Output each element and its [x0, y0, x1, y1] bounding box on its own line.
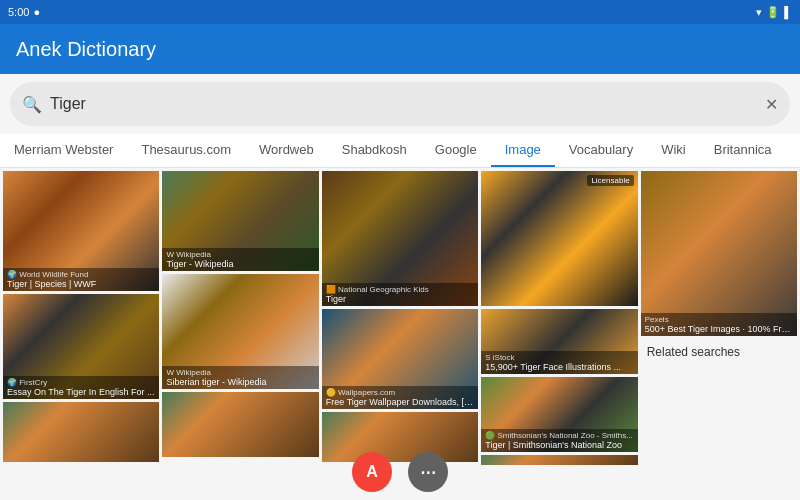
signal-icon: ▌: [784, 6, 792, 18]
tab-merriam-webster[interactable]: Merriam Webster: [0, 134, 127, 167]
image-licensable[interactable]: Licensable: [481, 171, 637, 306]
tab-britannica[interactable]: Britannica: [700, 134, 786, 167]
related-title: Related searches: [647, 345, 791, 359]
grid-col-3: 🟧 National Geographic Kids Tiger 🟡 Wallp…: [322, 171, 478, 491]
status-time: 5:00: [8, 6, 29, 18]
related-searches: Related searches: [641, 339, 797, 459]
img-source-9: Pexels: [645, 315, 793, 324]
fab-grid-button[interactable]: ⋯: [408, 452, 448, 492]
status-dot: ●: [33, 6, 40, 18]
img-title-9: 500+ Best Tiger Images · 100% Free ...: [645, 324, 793, 334]
img-title-6: Free Tiger Wallpaper Downloads, [600+...: [326, 397, 474, 407]
image-pexels[interactable]: Pexels 500+ Best Tiger Images · 100% Fre…: [641, 171, 797, 336]
tab-google[interactable]: Google: [421, 134, 491, 167]
grid-col-4: Licensable S iStock 15,900+ Tiger Face I…: [481, 171, 637, 491]
fab-grid-icon: ⋯: [420, 463, 436, 482]
img-source-3: W Wikipedia: [166, 250, 314, 259]
fab-a-label: A: [366, 463, 378, 481]
image-smithsonian[interactable]: 🟢 Smithsonian's National Zoo - Smiths...…: [481, 377, 637, 452]
img-title-5: Tiger: [326, 294, 474, 304]
grid-col-1: 🌍 World Wildlife Fund Tiger | Species | …: [3, 171, 159, 491]
search-bar[interactable]: 🔍 ✕: [10, 82, 790, 126]
tab-image[interactable]: Image: [491, 134, 555, 167]
app-bar: Anek Dictionary: [0, 24, 800, 74]
grid-col-2: W Wikipedia Tiger - Wikipedia W Wikipedi…: [162, 171, 318, 491]
grid-col-5: Pexels 500+ Best Tiger Images · 100% Fre…: [641, 171, 797, 491]
tab-vocabulary[interactable]: Vocabulary: [555, 134, 647, 167]
status-left: 5:00 ●: [8, 6, 40, 18]
search-icon: 🔍: [22, 95, 42, 114]
tab-shabdkosh[interactable]: Shabdkosh: [328, 134, 421, 167]
bottom-nav: A ⋯: [0, 444, 800, 500]
img-source-6: 🟡 Wallpapers.com: [326, 388, 474, 397]
status-right: ▾ 🔋 ▌: [756, 6, 792, 19]
app-title: Anek Dictionary: [16, 38, 156, 61]
tabs-container: Merriam Webster Thesaurus.com Wordweb Sh…: [0, 134, 800, 168]
image-wallpapers[interactable]: 🟡 Wallpapers.com Free Tiger Wallpaper Do…: [322, 309, 478, 409]
image-wwf[interactable]: 🌍 World Wildlife Fund Tiger | Species | …: [3, 171, 159, 291]
image-natgeo[interactable]: 🟧 National Geographic Kids Tiger: [322, 171, 478, 306]
tab-macmillan[interactable]: Macmillan: [786, 134, 800, 167]
fab-a-button[interactable]: A: [352, 452, 392, 492]
img-source-7: S iStock: [485, 353, 633, 362]
tab-thesaurus[interactable]: Thesaurus.com: [127, 134, 245, 167]
img-source-8: 🟢 Smithsonian's National Zoo - Smiths...: [485, 431, 633, 440]
clear-icon[interactable]: ✕: [765, 95, 778, 114]
image-istock[interactable]: S iStock 15,900+ Tiger Face Illustration…: [481, 309, 637, 374]
img-source-4: W Wikipedia: [166, 368, 314, 377]
img-title-7: 15,900+ Tiger Face Illustrations ...: [485, 362, 633, 372]
img-source-2: 🌍 FirstCry: [7, 378, 155, 387]
img-source-1: 🌍 World Wildlife Fund: [7, 270, 155, 279]
battery-icon: 🔋: [766, 6, 780, 19]
img-title-2: Essay On The Tiger In English For ...: [7, 387, 155, 397]
img-title-4: Siberian tiger - Wikipedia: [166, 377, 314, 387]
tab-wordweb[interactable]: Wordweb: [245, 134, 328, 167]
image-wikipedia[interactable]: W Wikipedia Tiger - Wikipedia: [162, 171, 318, 271]
tab-wiki[interactable]: Wiki: [647, 134, 700, 167]
wifi-icon: ▾: [756, 6, 762, 19]
img-source-5: 🟧 National Geographic Kids: [326, 285, 474, 294]
img-title-3: Tiger - Wikipedia: [166, 259, 314, 269]
image-firstcry[interactable]: 🌍 FirstCry Essay On The Tiger In English…: [3, 294, 159, 399]
licensable-badge: Licensable: [587, 175, 633, 186]
image-siberian[interactable]: W Wikipedia Siberian tiger - Wikipedia: [162, 274, 318, 389]
status-bar: 5:00 ● ▾ 🔋 ▌: [0, 0, 800, 24]
search-input[interactable]: [50, 95, 765, 113]
img-title-1: Tiger | Species | WWF: [7, 279, 155, 289]
